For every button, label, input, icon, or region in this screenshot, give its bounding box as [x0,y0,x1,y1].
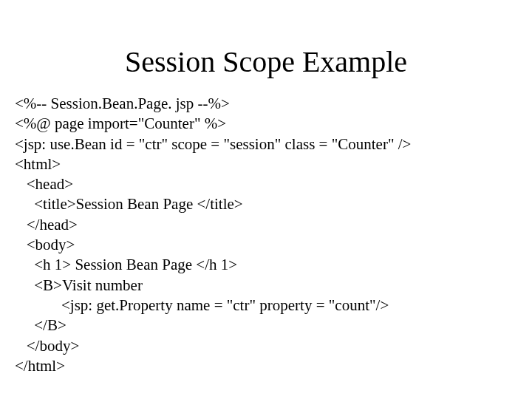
code-line: <%-- Session.Bean.Page. jsp --%> [15,95,230,112]
code-line: <html> [15,155,61,173]
code-line: </head> [15,216,78,233]
code-line: </html> [15,357,65,375]
slide-title: Session Scope Example [15,44,517,79]
code-line: <B>Visit number [15,276,143,294]
code-line: <title>Session Bean Page </title> [15,195,243,213]
code-line: <h 1> Session Bean Page </h 1> [15,256,237,273]
code-line: <%@ page import="Counter" %> [15,115,226,132]
code-line: </body> [15,337,79,355]
code-example: <%-- Session.Bean.Page. jsp --%> <%@ pag… [15,94,517,376]
code-line: <jsp: use.Bean id = "ctr" scope = "sessi… [15,135,411,153]
code-line: <body> [15,236,75,253]
code-line: <head> [15,175,73,193]
code-line: </B> [15,316,66,334]
code-line: <jsp: get.Property name = "ctr" property… [15,296,389,314]
slide: Session Scope Example <%-- Session.Bean.… [0,0,532,399]
